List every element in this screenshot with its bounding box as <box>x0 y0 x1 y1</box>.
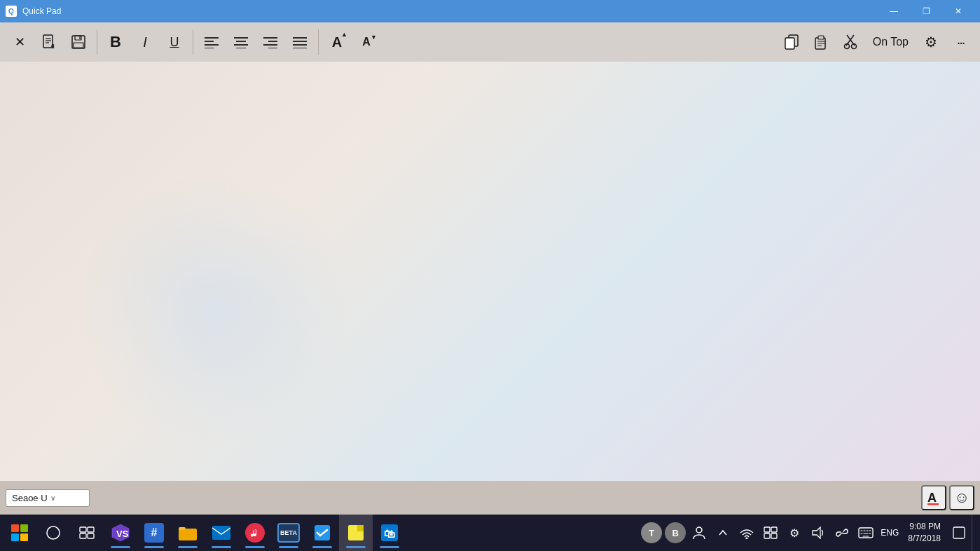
file-explorer-button[interactable] <box>171 515 205 551</box>
clock[interactable]: 9:08 PM 8/7/2018 <box>902 515 946 551</box>
language-button[interactable]: ENG <box>878 515 901 551</box>
email-indicator <box>212 546 231 548</box>
text-input[interactable] <box>0 62 980 481</box>
svg-rect-28 <box>818 36 824 39</box>
clock-time: 9:08 PM <box>909 521 941 533</box>
svg-text:🛍: 🛍 <box>384 528 395 540</box>
new-button[interactable] <box>35 27 63 57</box>
svg-point-53 <box>696 527 702 533</box>
svg-rect-5 <box>72 36 85 48</box>
save-icon <box>71 34 86 50</box>
close-button[interactable]: ✕ <box>942 0 974 22</box>
explorer-indicator <box>178 546 198 548</box>
avatar-b-button[interactable]: B <box>664 515 686 551</box>
paste-icon <box>813 34 829 50</box>
avatar-b-icon: B <box>665 522 686 543</box>
store-icon-taskbar: 🛍 <box>380 524 399 542</box>
more-button[interactable]: ··· <box>946 27 974 57</box>
title-bar: Q Quick Pad — ❐ ✕ <box>0 0 980 22</box>
avatar-b-label: B <box>672 528 679 538</box>
italic-button[interactable]: I <box>131 27 159 57</box>
maximize-button[interactable]: ❐ <box>910 0 942 22</box>
visual-studio-icon: VS <box>111 523 130 543</box>
app-title: Quick Pad <box>22 6 61 16</box>
windows-icon <box>11 524 28 541</box>
file-explorer-icon <box>178 524 198 541</box>
store-button[interactable]: 🛍 <box>373 515 406 551</box>
align-right-icon <box>263 36 278 48</box>
sticky-notes-button[interactable] <box>339 515 373 551</box>
cut-button[interactable] <box>836 27 864 57</box>
title-bar-left: Q Quick Pad <box>6 6 61 17</box>
show-hidden-button[interactable] <box>712 515 734 551</box>
email-button[interactable] <box>205 515 238 551</box>
font-grow-icon: A <box>332 35 342 49</box>
svg-marker-59 <box>813 527 820 538</box>
show-desktop-button[interactable] <box>972 515 974 551</box>
volume-button[interactable] <box>807 515 829 551</box>
start-button[interactable] <box>3 515 36 551</box>
notification-button[interactable] <box>948 515 970 551</box>
cortana-icon <box>46 525 61 540</box>
svg-rect-45 <box>179 529 197 540</box>
font-color-button[interactable]: A <box>921 485 946 510</box>
cut-icon <box>843 34 858 50</box>
beta-indicator <box>279 546 298 548</box>
underline-button[interactable]: U <box>160 27 188 57</box>
align-center-button[interactable] <box>227 27 255 57</box>
svg-rect-39 <box>80 527 86 532</box>
hashtag-button[interactable]: # <box>137 515 171 551</box>
font-shrink-button[interactable]: A ▼ <box>352 27 380 57</box>
tasks-button[interactable] <box>305 515 339 551</box>
network-button[interactable] <box>736 515 758 551</box>
align-justify-icon <box>292 36 308 48</box>
align-right-button[interactable] <box>256 27 284 57</box>
separator-1 <box>97 29 97 55</box>
font-selector[interactable]: Seaoe U ∨ <box>6 489 90 507</box>
svg-rect-50 <box>357 525 364 531</box>
task-view-button[interactable] <box>70 515 104 551</box>
toolbar: ✕ B I U <box>0 22 980 62</box>
email-icon <box>212 525 231 540</box>
beta-app-button[interactable]: BETA <box>272 515 305 551</box>
action-center-gear-button[interactable]: ⚙ <box>783 515 806 551</box>
avatar-t-button[interactable]: T <box>640 515 663 551</box>
bold-button[interactable]: B <box>102 27 130 57</box>
new-icon <box>41 34 57 50</box>
visual-studio-button[interactable]: VS <box>104 515 137 551</box>
on-top-button[interactable]: On Top <box>866 27 916 57</box>
svg-rect-40 <box>88 527 94 532</box>
settings-button[interactable]: ⚙ <box>917 27 945 57</box>
copy-button[interactable] <box>778 27 806 57</box>
emoji-button[interactable]: ☺ <box>949 485 974 510</box>
link-button[interactable] <box>831 515 853 551</box>
clock-date: 8/7/2018 <box>908 533 941 545</box>
font-grow-button[interactable]: A ▲ <box>323 27 351 57</box>
align-justify-button[interactable] <box>286 27 314 57</box>
people-button[interactable] <box>688 515 710 551</box>
save-button[interactable] <box>64 27 92 57</box>
avatar-t-icon: T <box>641 522 662 543</box>
font-name: Seaoe U <box>12 493 48 503</box>
people-icon <box>691 525 707 540</box>
music-button[interactable] <box>238 515 272 551</box>
paste-button[interactable] <box>807 27 835 57</box>
cortana-button[interactable] <box>36 515 70 551</box>
system-tray: T B <box>640 515 977 551</box>
hashtag-icon: # <box>144 523 164 543</box>
minimize-button[interactable]: — <box>878 0 910 22</box>
task-view-icon <box>79 526 95 539</box>
tasks-icon <box>313 524 331 542</box>
align-left-button[interactable] <box>198 27 226 57</box>
keyboard-button[interactable] <box>855 515 877 551</box>
sticky-notes-icon <box>347 524 365 542</box>
vs-indicator <box>111 546 130 548</box>
text-editor-area[interactable] <box>0 62 980 481</box>
sticky-indicator <box>346 546 366 548</box>
beta-icon: BETA <box>277 523 300 543</box>
app-icon: Q <box>6 6 17 17</box>
svg-rect-57 <box>764 533 770 538</box>
multitask-button[interactable] <box>759 515 782 551</box>
music-indicator <box>245 546 265 548</box>
clear-button[interactable]: ✕ <box>6 27 34 57</box>
